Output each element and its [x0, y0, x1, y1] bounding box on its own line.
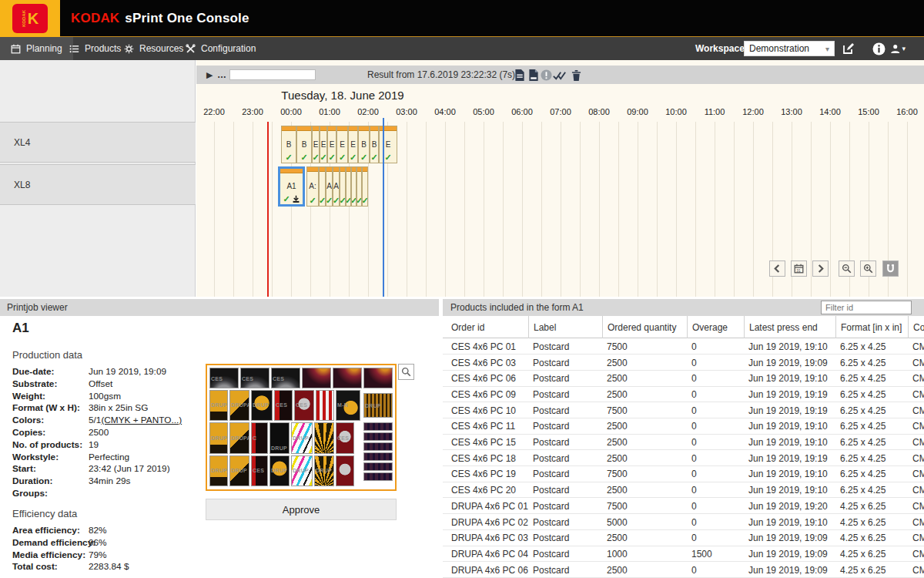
- column-header-latest-press-end[interactable]: Latest press end: [744, 316, 835, 338]
- scroll-right-button[interactable]: [812, 260, 829, 277]
- table-row[interactable]: DRUPA 4x6 PC 02Postcard50000Jun 19 2019,…: [443, 514, 924, 530]
- form-preview-thumbnail[interactable]: CESCESCESDRUPADRUPADRUPCESCESM-NDRUPDRUP…: [206, 364, 397, 491]
- preview-zoom-button[interactable]: [398, 364, 414, 380]
- data-value: 19: [89, 439, 99, 452]
- gantt-block-E[interactable]: E✓: [327, 126, 336, 163]
- column-header-overage[interactable]: Overage: [687, 316, 744, 338]
- gantt-block-E[interactable]: E✓: [312, 126, 320, 163]
- column-header-format-in-x-in-[interactable]: Format [in x in]: [835, 316, 908, 338]
- table-cell: 2500: [602, 371, 687, 387]
- block-status: ✓: [357, 197, 361, 205]
- table-row[interactable]: CES 4x6 PC 18Postcard25000Jun 19 2019, 1…: [443, 450, 924, 466]
- machine-row-xl4[interactable]: XL4: [0, 122, 196, 163]
- zoom-in-button[interactable]: [860, 260, 876, 277]
- table-row[interactable]: CES 4x6 PC 03Postcard25000Jun 19 2019, 1…: [443, 355, 924, 371]
- colors-link[interactable]: (CMYK + PANTO...): [101, 415, 182, 427]
- column-header-ordered-quantity[interactable]: Ordered quantity: [602, 316, 687, 338]
- table-row[interactable]: CES 4x6 PC 11Postcard25000Jun 19 2019, 1…: [443, 418, 924, 435]
- table-cell: DRUPA 4x6 PC 02: [447, 514, 528, 530]
- play-icon[interactable]: ▶: [206, 66, 213, 84]
- table-row[interactable]: CES 4x6 PC 19Postcard75000Jun 19 2019, 1…: [443, 466, 924, 482]
- workspace-select[interactable]: Demonstration ▾: [744, 41, 835, 56]
- table-cell: Jun 19 2019, 19:19: [744, 387, 835, 403]
- table-cell: DRUPA 4x6 PC 04: [447, 546, 528, 563]
- tab-label: Configuration: [201, 43, 256, 54]
- table-row[interactable]: CES 4x6 PC 01Postcard75000Jun 19 2019, 1…: [443, 339, 924, 355]
- calendar-icon: 31: [794, 264, 804, 274]
- tile-label: CES: [211, 376, 223, 381]
- table-row[interactable]: CES 4x6 PC 10Postcard75000Jun 19 2019, 1…: [443, 402, 924, 418]
- filter-id-input[interactable]: [821, 301, 912, 314]
- table-row[interactable]: DRUPA 4x6 PC 06Postcard25000Jun 19 2019,…: [443, 562, 924, 578]
- table-cell: 0: [687, 387, 744, 403]
- info-button[interactable]: [871, 41, 886, 56]
- machine-row-xl8[interactable]: XL8: [0, 164, 196, 205]
- table-cell: 2500: [602, 562, 687, 578]
- table-row[interactable]: CES 4x6 PC 15Postcard25000Jun 19 2019, 1…: [443, 435, 924, 451]
- grid-line: [734, 122, 735, 297]
- table-cell: 6.25 x 4.25: [835, 450, 908, 466]
- export-report-button[interactable]: [527, 69, 540, 82]
- table-cell: 0: [687, 371, 744, 387]
- more-options[interactable]: …: [217, 66, 226, 84]
- check-icon: ✓: [357, 197, 362, 205]
- gantt-block-E[interactable]: E✓: [320, 126, 327, 163]
- snap-magnet-button[interactable]: [882, 260, 899, 277]
- gantt-block-A[interactable]: A✓: [333, 166, 340, 207]
- gantt-block[interactable]: ✓: [357, 166, 362, 207]
- gantt-block[interactable]: ✓: [351, 166, 357, 207]
- table-row[interactable]: CES 4x6 PC 06Postcard25000Jun 19 2019, 1…: [443, 371, 924, 387]
- gantt-block-E[interactable]: E✓: [379, 126, 397, 163]
- gantt-block-E[interactable]: E✓: [336, 126, 348, 163]
- grid-line: [445, 122, 446, 297]
- grid-line: [599, 122, 600, 297]
- gantt-block-B[interactable]: B✓: [281, 126, 296, 163]
- scroll-left-button[interactable]: [769, 260, 785, 277]
- grid-line: [484, 122, 484, 297]
- export-pdf-button[interactable]: [513, 69, 526, 82]
- table-row[interactable]: CES 4x6 PC 20Postcard25000Jun 19 2019, 1…: [443, 482, 924, 499]
- gantt-block-B[interactable]: B✓: [370, 126, 379, 163]
- table-cell: Postcard: [528, 402, 602, 418]
- user-menu-button[interactable]: ▾: [890, 41, 906, 56]
- gantt-block[interactable]: ✓: [340, 166, 346, 207]
- app-window: KODAKK KODAK sPrint One Console Planning…: [0, 0, 924, 578]
- table-cell: CM: [908, 435, 924, 451]
- column-header-label[interactable]: Label: [528, 316, 602, 338]
- table-row[interactable]: DRUPA 4x6 PC 01Postcard75000Jun 19 2019,…: [443, 499, 924, 515]
- data-label: Due-date:: [12, 366, 89, 378]
- table-cell: Jun 19 2019, 19:10: [744, 339, 835, 355]
- gantt-block[interactable]: ✓: [319, 166, 326, 207]
- preview-tile: CES: [271, 368, 300, 388]
- gantt-block-A1[interactable]: A1✓: [278, 166, 305, 207]
- zoom-out-button[interactable]: [839, 260, 855, 277]
- block-header: [320, 167, 325, 172]
- delete-result-button[interactable]: [570, 69, 583, 82]
- preview-tile: [363, 462, 393, 471]
- grid-line: [657, 122, 658, 297]
- gantt-block[interactable]: ✓: [346, 166, 351, 207]
- column-header-order-id[interactable]: Order id: [447, 316, 528, 338]
- approve-button[interactable]: Approve: [206, 499, 397, 520]
- grid-line: [676, 122, 677, 297]
- edit-workspace-button[interactable]: [841, 41, 856, 56]
- preview-tile: DRUP: [314, 455, 334, 486]
- table-row[interactable]: CES 4x6 PC 09Postcard25000Jun 19 2019, 1…: [443, 387, 924, 403]
- tab-configuration[interactable]: Configuration: [175, 37, 266, 60]
- approve-all-button[interactable]: [553, 69, 566, 82]
- table-row[interactable]: DRUPA 4x6 PC 03Postcard25000Jun 19 2019,…: [443, 530, 924, 546]
- table-cell: 5000: [602, 514, 687, 530]
- warnings-button[interactable]: [540, 69, 553, 82]
- gantt-block-B[interactable]: B✓: [296, 126, 312, 163]
- gantt-block-A[interactable]: A:✓: [306, 166, 319, 207]
- gantt-block-B[interactable]: B✓: [358, 126, 370, 163]
- gantt-block-A[interactable]: A✓: [326, 166, 333, 207]
- check-icon: ✓: [309, 197, 316, 205]
- current-time-line: [267, 122, 269, 297]
- tile-label: DRUP: [253, 402, 269, 408]
- goto-date-button[interactable]: 31: [791, 260, 807, 277]
- column-header-co[interactable]: Co: [908, 316, 924, 338]
- gantt-block[interactable]: ✓: [362, 166, 368, 207]
- gantt-block-E[interactable]: E✓: [348, 126, 358, 163]
- table-row[interactable]: DRUPA 4x6 PC 04Postcard10001500Jun 19 20…: [443, 546, 924, 563]
